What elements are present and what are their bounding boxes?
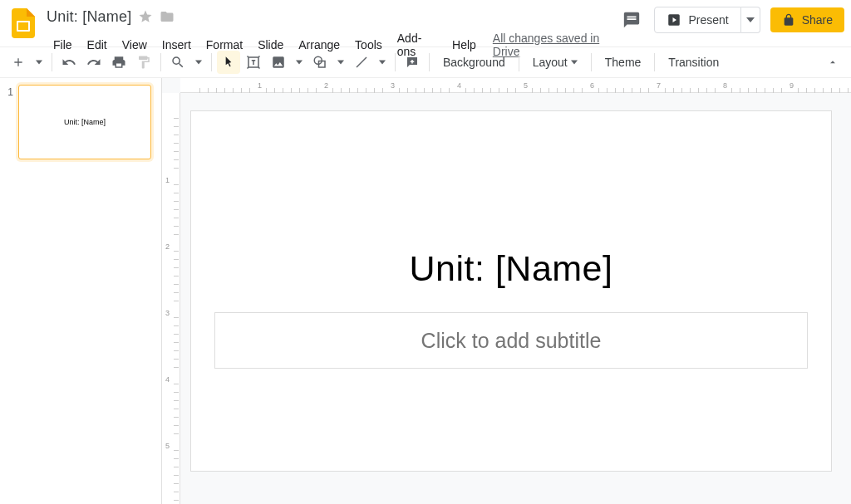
layout-button[interactable]: Layout bbox=[524, 52, 586, 72]
present-dropdown[interactable] bbox=[741, 7, 760, 33]
separator bbox=[591, 53, 592, 71]
slide-thumbnail[interactable]: Unit: [Name] bbox=[18, 85, 151, 159]
slides-logo[interactable] bbox=[7, 7, 40, 40]
separator bbox=[654, 53, 655, 71]
line-tool[interactable] bbox=[350, 51, 373, 74]
redo-button[interactable] bbox=[82, 51, 106, 74]
separator bbox=[52, 53, 52, 71]
slide-subtitle-box[interactable]: Click to add subtitle bbox=[214, 312, 808, 369]
slide-number: 1 bbox=[3, 85, 13, 98]
separator bbox=[211, 53, 212, 71]
slide-canvas[interactable]: Unit: [Name] Click to add subtitle bbox=[191, 111, 831, 471]
background-button[interactable]: Background bbox=[435, 52, 514, 72]
textbox-tool[interactable] bbox=[242, 51, 265, 74]
star-icon[interactable] bbox=[138, 9, 153, 24]
play-box-icon bbox=[667, 12, 681, 27]
subtitle-placeholder: Click to add subtitle bbox=[421, 329, 602, 353]
slide-title-text: Unit: [Name] bbox=[410, 248, 613, 288]
zoom-dropdown[interactable] bbox=[191, 51, 206, 74]
thumb-title: Unit: [Name] bbox=[64, 118, 106, 126]
slide-title-box[interactable]: Unit: [Name] bbox=[191, 248, 831, 289]
svg-rect-1 bbox=[18, 22, 28, 30]
print-button[interactable] bbox=[107, 51, 130, 74]
header-right: Present Share bbox=[619, 7, 844, 33]
app-header: Unit: [Name] File Edit View Insert Forma… bbox=[0, 0, 851, 46]
horizontal-ruler: 123456789 bbox=[180, 78, 851, 93]
canvas-area: 123456789 12345 Unit: [Name] Click to ad… bbox=[162, 78, 851, 504]
caret-down-icon bbox=[746, 16, 755, 24]
comments-button[interactable] bbox=[619, 7, 644, 32]
share-label: Share bbox=[802, 13, 833, 27]
theme-button[interactable]: Theme bbox=[597, 52, 650, 72]
filmstrip: 1 Unit: [Name] bbox=[0, 78, 162, 504]
lock-icon bbox=[782, 13, 795, 27]
separator bbox=[429, 53, 430, 71]
paint-format-button[interactable] bbox=[132, 51, 155, 74]
folder-icon[interactable] bbox=[160, 9, 175, 24]
separator bbox=[395, 53, 396, 71]
document-title[interactable]: Unit: [Name] bbox=[47, 8, 131, 26]
present-button[interactable]: Present bbox=[654, 7, 740, 33]
undo-button[interactable] bbox=[57, 51, 81, 74]
filmstrip-slide[interactable]: 1 Unit: [Name] bbox=[3, 85, 158, 159]
caret-down-icon bbox=[571, 59, 578, 66]
separator bbox=[519, 53, 519, 71]
select-tool[interactable] bbox=[217, 51, 240, 74]
workspace: 1 Unit: [Name] 123456789 12345 Unit: [Na… bbox=[0, 78, 851, 504]
image-tool[interactable] bbox=[267, 51, 290, 74]
separator bbox=[160, 53, 161, 71]
comment-tool[interactable] bbox=[401, 51, 424, 74]
new-slide-button[interactable] bbox=[7, 51, 30, 74]
shape-tool[interactable] bbox=[308, 51, 332, 74]
collapse-toolbar-button[interactable] bbox=[821, 51, 844, 74]
zoom-button[interactable] bbox=[166, 51, 189, 74]
vertical-ruler: 12345 bbox=[162, 93, 180, 504]
line-dropdown[interactable] bbox=[375, 51, 390, 74]
new-slide-dropdown[interactable] bbox=[32, 51, 47, 74]
share-button[interactable]: Share bbox=[770, 7, 844, 32]
image-dropdown[interactable] bbox=[292, 51, 307, 74]
present-label: Present bbox=[688, 13, 728, 27]
shape-dropdown[interactable] bbox=[333, 51, 348, 74]
transition-button[interactable]: Transition bbox=[660, 52, 727, 72]
